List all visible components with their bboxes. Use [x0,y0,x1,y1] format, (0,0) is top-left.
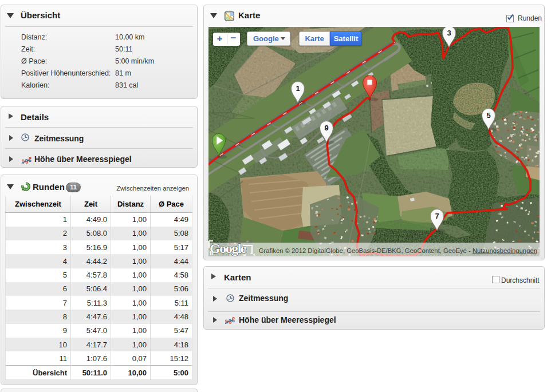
svg-text:7: 7 [435,212,439,220]
svg-text:1: 1 [296,84,300,93]
svg-text:9: 9 [324,124,328,132]
svg-text:ft: ft [210,250,214,256]
svg-text:Google: Google [210,241,247,256]
svg-text:3: 3 [447,29,451,37]
svg-text:5: 5 [486,111,490,120]
svg-text:Grafiken © 2012 DigitalGlobe,: Grafiken © 2012 DigitalGlobe, GeoBasis-D… [259,247,537,254]
